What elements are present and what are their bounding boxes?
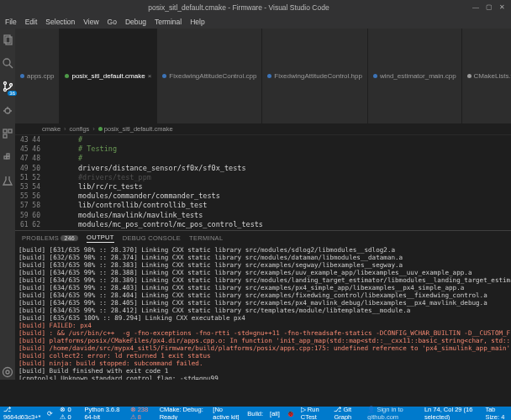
line-number-gutter[interactable]: 43 44 45 46 47 48 49 50 51 52 53 54 55 5…: [15, 135, 44, 230]
activity-bar: 36: [0, 29, 15, 380]
beaker-icon: [2, 175, 13, 186]
file-type-icon: [467, 74, 471, 78]
tab-label: FixedwingAttitudeControl.cpp: [169, 72, 256, 80]
settings-tab[interactable]: [0, 365, 15, 380]
explorer-tab[interactable]: [0, 32, 15, 47]
cmake-status[interactable]: CMake: Debug: Ready: [160, 406, 207, 420]
output-content[interactable]: [build] [631/635 98% :: 28.370] Linking …: [15, 244, 511, 380]
test-tab[interactable]: [0, 173, 15, 188]
build-error-count[interactable]: ⊗ 238 ⚠ 8: [130, 406, 153, 420]
run-ctest-button[interactable]: ▷ Run CTest: [301, 406, 328, 420]
debug-tab[interactable]: [0, 102, 15, 118]
indentation-status[interactable]: Tab Size: 4: [485, 406, 508, 420]
extensions-icon: [2, 128, 13, 139]
editor-tab[interactable]: posix_sitl_default.cmake×: [60, 29, 157, 123]
debug-button[interactable]: 🐞: [287, 410, 294, 417]
menu-bar: File Edit Selection View Go Debug Termin…: [0, 15, 511, 29]
maximize-button[interactable]: ▢: [486, 4, 493, 11]
breadcrumb[interactable]: cmake› configs› posix_sitl_default.cmake: [15, 123, 511, 135]
menu-view[interactable]: View: [83, 18, 98, 26]
file-type-icon: [267, 74, 271, 78]
menu-debug[interactable]: Debug: [125, 18, 146, 26]
editor-tab[interactable]: FixedwingAttitudeControl.hpp: [262, 29, 368, 123]
git-branch-status[interactable]: ⎇ 9664d63c3+*: [3, 406, 40, 420]
svg-line-3: [9, 65, 13, 68]
status-bar: ⎇ 9664d63c3+* ⟳ ⊗ 0 ⚠ 0 Python 3.6.8 64-…: [0, 407, 511, 420]
menu-terminal[interactable]: Terminal: [155, 18, 182, 26]
chevron-right-icon: ›: [92, 125, 95, 133]
files-icon: [2, 34, 13, 45]
close-window-button[interactable]: ✕: [499, 4, 506, 11]
cmake-kit[interactable]: [No active kit]: [213, 406, 240, 420]
svg-point-6: [10, 84, 13, 87]
svg-point-17: [6, 370, 9, 374]
svg-rect-0: [4, 35, 10, 43]
docker-tab[interactable]: [0, 150, 15, 165]
close-tab-button[interactable]: ×: [148, 72, 152, 80]
panel-tab-debug-console[interactable]: DEBUG CONSOLE: [123, 234, 181, 242]
build-button[interactable]: Build:: [247, 410, 263, 417]
editor-tab-bar: apps.cppposix_sitl_default.cmake×Fixedwi…: [15, 29, 511, 123]
file-type-icon: [373, 74, 377, 78]
breadcrumb-item[interactable]: configs: [70, 125, 90, 133]
menu-help[interactable]: Help: [190, 18, 204, 26]
tab-label: posix_sitl_default.cmake: [71, 72, 145, 80]
window-title: posix_sitl_default.cmake - Firmware - Vi…: [5, 3, 472, 12]
panel-tab-problems[interactable]: PROBLEMS 246: [22, 234, 78, 242]
tab-label: FixedwingAttitudeControl.hpp: [274, 72, 362, 80]
svg-rect-13: [3, 134, 7, 138]
error-count[interactable]: ⊗ 0 ⚠ 0: [60, 406, 77, 420]
tab-label: apps.cpp: [27, 72, 54, 80]
chevron-right-icon: ›: [64, 125, 66, 133]
code-editor[interactable]: # # Testing # drivers/distance_sensor/sf…: [44, 135, 511, 230]
github-signin[interactable]: 👤 Sign in to github.com: [367, 406, 418, 420]
bug-icon: [2, 104, 13, 116]
editor-tab[interactable]: FixedwingAttitudeControl.cpp: [157, 29, 262, 123]
svg-point-2: [3, 59, 10, 66]
title-bar: posix_sitl_default.cmake - Firmware - Vi…: [0, 0, 511, 15]
tab-label: CMakeLists.txt: [474, 72, 511, 80]
svg-rect-12: [8, 129, 12, 133]
svg-point-5: [4, 89, 7, 92]
python-interpreter[interactable]: Python 3.6.8 64-bit: [84, 406, 123, 420]
bottom-panel: PROBLEMS 246 OUTPUT DEBUG CONSOLE TERMIN…: [15, 230, 511, 380]
svg-rect-11: [3, 129, 7, 133]
panel-tab-terminal[interactable]: TERMINAL: [189, 234, 223, 242]
menu-file[interactable]: File: [5, 18, 17, 26]
breadcrumb-item[interactable]: cmake: [42, 125, 61, 133]
panel-tab-output[interactable]: OUTPUT: [87, 234, 114, 243]
search-tab[interactable]: [0, 55, 15, 71]
minimize-button[interactable]: —: [472, 4, 479, 11]
svg-point-7: [5, 108, 10, 113]
editor-tab[interactable]: CMakeLists.txt: [462, 29, 511, 123]
file-type-icon: [65, 74, 69, 78]
docker-icon: [2, 151, 13, 163]
tab-label: wind_estimator_main.cpp: [380, 72, 456, 80]
scm-badge: 36: [8, 91, 17, 96]
svg-point-4: [4, 82, 7, 85]
build-target[interactable]: [all]: [270, 410, 280, 417]
cursor-position[interactable]: Ln 74, Col 29 (16 selected): [424, 406, 479, 420]
menu-selection[interactable]: Selection: [45, 18, 75, 26]
search-icon: [2, 57, 13, 69]
cmake-file-icon: [98, 127, 103, 131]
editor-tab[interactable]: wind_estimator_main.cpp: [368, 29, 462, 123]
breadcrumb-item[interactable]: posix_sitl_default.cmake: [98, 125, 173, 133]
gear-icon: [2, 366, 13, 378]
git-graph-button[interactable]: ⎇ Git Graph: [334, 406, 361, 420]
problems-count-badge: 246: [61, 235, 78, 241]
svg-rect-1: [6, 37, 12, 45]
menu-edit[interactable]: Edit: [25, 18, 38, 26]
scm-tab[interactable]: 36: [0, 79, 15, 94]
svg-point-18: [3, 368, 13, 377]
file-type-icon: [162, 74, 166, 78]
editor-tab[interactable]: apps.cpp: [15, 29, 60, 123]
file-type-icon: [20, 74, 24, 78]
menu-go[interactable]: Go: [108, 18, 117, 26]
sync-button[interactable]: ⟳: [47, 410, 53, 417]
extensions-tab[interactable]: [0, 126, 15, 141]
svg-rect-16: [7, 154, 9, 156]
